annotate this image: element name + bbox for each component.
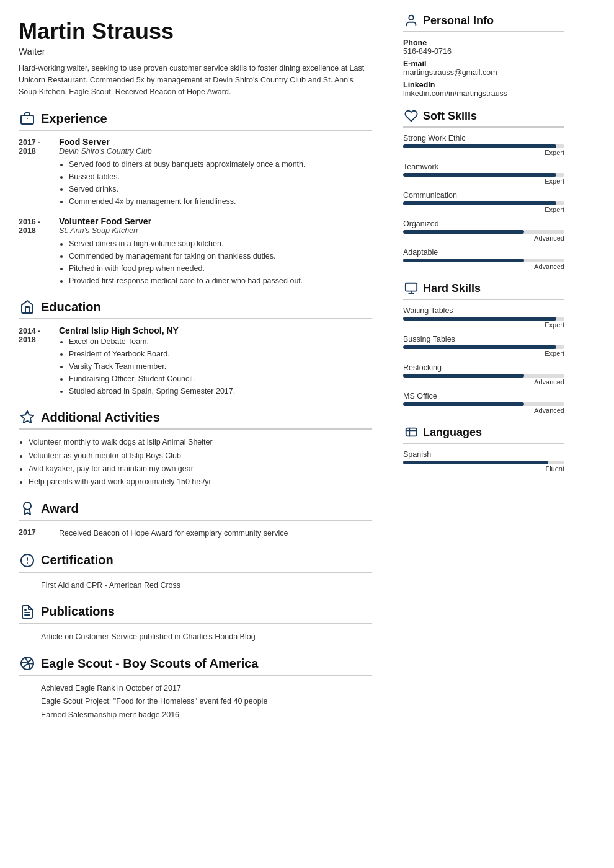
languages-header: Languages [403,424,564,444]
phone-value: 516-849-0716 [403,47,564,56]
experience-entry-1-year: 2017 -2018 [19,137,59,208]
award-section: Award 2017 Received Beacon of Hope Award… [19,500,372,540]
bullet: Pitched in with food prep when needed. [69,262,372,275]
skill-name: Adaptable [403,248,564,257]
skill-name: Spanish [403,450,564,459]
publications-title: Publications [41,604,115,619]
skill-bar-fill [403,374,524,378]
skill-name: MS Office [403,392,564,401]
bullet: Served drinks. [69,183,372,195]
soft-skills-section: Soft Skills Strong Work Ethic Expert Tea… [403,108,564,270]
activities-bullets: Volunteer monthly to walk dogs at Islip … [19,436,372,489]
education-entry-1-bullets: Excel on Debate Team. President of Yearb… [59,335,372,397]
bullet: Commended by management for taking on th… [69,250,372,262]
skill-bar-fill [403,230,524,234]
skill-bar-bg [403,259,564,262]
eagle-item-2: Eagle Scout Project: "Food for the Homel… [41,695,372,708]
skill-name: Teamwork [403,162,564,171]
skill-level: Expert [403,149,564,156]
skill-level: Expert [403,177,564,185]
skill-name: Communication [403,191,564,200]
skill-name: Strong Work Ethic [403,134,564,143]
skill-level: Fluent [403,465,564,472]
bullet: President of Yearbook Board. [69,348,372,360]
experience-entry-1-subtitle: Devin Shiro's Country Club [59,147,372,156]
bullet: Served food to diners at busy banquets a… [69,158,372,170]
experience-title: Experience [41,112,107,126]
award-text: Received Beacon of Hope Award for exempl… [59,527,372,540]
hard-skills-icon [403,280,419,296]
skill-level: Advanced [403,263,564,270]
skill-bar-bg [403,230,564,234]
education-header: Education [19,298,372,319]
bullet: Provided first-response medical care to … [69,275,372,287]
activities-icon [19,409,36,426]
skill-ms-office: MS Office Advanced [403,392,564,414]
hard-skills-header: Hard Skills [403,280,564,300]
svg-point-8 [409,16,413,20]
education-entry-1-title: Central Islip High School, NY [59,326,372,335]
email-label: E-mail [403,60,564,68]
candidate-summary: Hard-working waiter, seeking to use prov… [19,63,372,97]
svg-rect-12 [406,428,417,436]
languages-section: Languages Spanish Fluent [403,424,564,472]
skill-bar-fill [403,317,556,321]
certification-section: Certification First Aid and CPR - Americ… [19,552,372,592]
publications-section: Publications Article on Customer Service… [19,603,372,644]
experience-entry-2-bullets: Served diners in a high-volume soup kitc… [59,237,372,287]
experience-entry-2-year: 2016 -2018 [19,216,59,287]
skill-level: Advanced [403,378,564,386]
soft-skills-icon [403,108,419,124]
eagle-scout-title: Eagle Scout - Boy Scouts of America [41,657,258,671]
experience-icon [19,110,36,127]
skill-level: Expert [403,206,564,213]
skill-name: Restocking [403,363,564,372]
education-entry-1-year: 2014 -2018 [19,326,59,397]
candidate-title: Waiter [19,46,372,56]
skill-spanish: Spanish Fluent [403,450,564,472]
skill-name: Waiting Tables [403,306,564,315]
publications-icon [19,603,36,621]
skill-organized: Organized Advanced [403,219,564,242]
award-header: Award [19,500,372,521]
skill-bar-bg [403,345,564,349]
skill-communication: Communication Expert [403,191,564,213]
experience-entry-2-title: Volunteer Food Server [59,216,372,226]
skill-adaptable: Adaptable Advanced [403,248,564,270]
experience-entry-1-bullets: Served food to diners at busy banquets a… [59,158,372,208]
experience-entry-2: 2016 -2018 Volunteer Food Server St. Ann… [19,216,372,287]
svg-rect-9 [406,283,417,291]
bullet: Bussed tables. [69,170,372,183]
certification-header: Certification [19,552,372,573]
skill-bar-fill [403,173,556,177]
skill-bar-fill [403,402,524,406]
linkedin-value: linkedin.com/in/martingstrauss [403,89,564,98]
skill-teamwork: Teamwork Expert [403,162,564,185]
bullet: Served diners in a high-volume soup kitc… [69,237,372,250]
skill-bar-fill [403,202,556,205]
soft-skills-header: Soft Skills [403,108,564,128]
skill-bar-bg [403,402,564,406]
skill-name: Organized [403,219,564,228]
svg-rect-0 [21,115,33,124]
bullet: Excel on Debate Team. [69,335,372,348]
award-title: Award [41,502,79,516]
activities-title: Additional Activities [41,410,160,425]
skill-name: Bussing Tables [403,335,564,343]
skill-bar-bg [403,202,564,205]
eagle-item-3: Earned Salesmanship merit badge 2016 [41,709,372,722]
education-icon [19,298,36,316]
skill-bar-bg [403,461,564,464]
skill-level: Expert [403,321,564,329]
bullet: Studied abroad in Spain, Spring Semester… [69,385,372,397]
skill-level: Expert [403,350,564,357]
languages-icon [403,424,419,440]
skill-restocking: Restocking Advanced [403,363,564,386]
experience-section: Experience 2017 -2018 Food Server Devin … [19,110,372,287]
education-title: Education [41,300,101,314]
bullet: Volunteer monthly to walk dogs at Islip … [29,436,372,449]
bullet: Avid kayaker, pay for and maintain my ow… [29,463,372,476]
certification-icon [19,552,36,569]
hard-skills-title: Hard Skills [423,282,481,295]
publications-header: Publications [19,603,372,624]
